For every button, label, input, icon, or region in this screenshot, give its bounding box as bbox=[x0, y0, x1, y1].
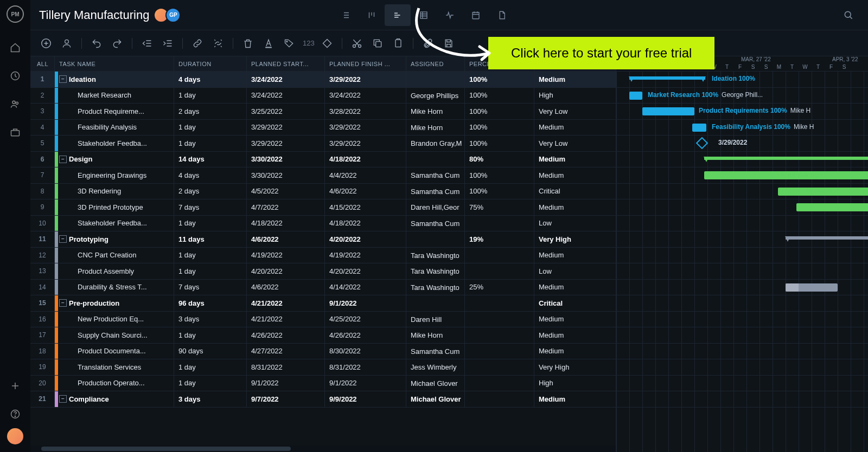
gantt-row[interactable]: Ideation 100% bbox=[616, 72, 868, 88]
col-header-task[interactable]: TASK NAME bbox=[54, 56, 174, 71]
gantt-task-bar[interactable] bbox=[629, 92, 642, 100]
cell-percent[interactable] bbox=[464, 376, 534, 391]
cell-start[interactable]: 4/27/2022 bbox=[246, 344, 324, 359]
cell-duration[interactable]: 96 days bbox=[174, 295, 246, 311]
cell-assigned[interactable]: Michael Glover bbox=[406, 376, 464, 391]
cell-assigned[interactable]: Tara Washingto bbox=[406, 248, 464, 263]
gantt-row[interactable] bbox=[616, 327, 868, 344]
gantt-row[interactable] bbox=[616, 391, 868, 408]
cell-finish[interactable]: 4/14/2022 bbox=[324, 280, 406, 295]
cell-percent[interactable] bbox=[464, 263, 534, 279]
cell-start[interactable]: 4/19/2022 bbox=[246, 248, 324, 263]
table-row[interactable]: 2 Market Research 1 day 3/24/2022 3/24/2… bbox=[30, 88, 616, 104]
nav-home-icon[interactable] bbox=[4, 37, 26, 59]
horizontal-scrollbar[interactable] bbox=[30, 445, 616, 452]
view-gantt-icon[interactable] bbox=[385, 4, 411, 26]
cell-finish[interactable]: 4/20/2022 bbox=[324, 231, 406, 247]
cell-assigned[interactable]: Samantha Cum bbox=[406, 344, 464, 359]
cell-percent[interactable] bbox=[464, 344, 534, 359]
gantt-row[interactable]: 3/29/2022 bbox=[616, 135, 868, 152]
gantt-row[interactable] bbox=[616, 295, 868, 312]
cell-start[interactable]: 4/18/2022 bbox=[246, 216, 324, 231]
cell-finish[interactable]: 4/26/2022 bbox=[324, 327, 406, 343]
link-icon[interactable] bbox=[188, 34, 207, 53]
cell-start[interactable]: 4/21/2022 bbox=[246, 295, 324, 311]
cell-start[interactable]: 9/7/2022 bbox=[246, 391, 324, 407]
cell-finish[interactable]: 4/6/2022 bbox=[324, 184, 406, 199]
col-header-assigned[interactable]: ASSIGNED bbox=[406, 56, 464, 71]
cell-percent[interactable]: 100% bbox=[464, 72, 534, 87]
gantt-task-bar[interactable] bbox=[642, 107, 694, 115]
diamond-icon[interactable] bbox=[318, 34, 336, 53]
cell-priority[interactable]: High bbox=[534, 88, 582, 104]
table-row[interactable]: 9 3D Printed Prototype 7 days 4/7/2022 4… bbox=[30, 199, 616, 216]
cut-icon[interactable] bbox=[348, 34, 366, 53]
cell-start[interactable]: 3/29/2022 bbox=[246, 135, 324, 151]
cell-priority[interactable]: Very Low bbox=[534, 135, 582, 151]
unlink-icon[interactable] bbox=[209, 34, 227, 53]
cell-priority[interactable]: Medium bbox=[534, 248, 582, 263]
cell-priority[interactable]: Medium bbox=[534, 167, 582, 183]
cell-percent[interactable] bbox=[464, 248, 534, 263]
table-row[interactable]: 10 Stakeholder Feedba... 1 day 4/18/2022… bbox=[30, 216, 616, 232]
indent-icon[interactable] bbox=[158, 34, 177, 53]
view-calendar-icon[interactable] bbox=[463, 4, 489, 26]
cell-priority[interactable]: Medium bbox=[534, 280, 582, 295]
cell-start[interactable]: 4/6/2022 bbox=[246, 280, 324, 295]
cell-finish[interactable]: 3/28/2022 bbox=[324, 104, 406, 119]
cell-duration[interactable]: 7 days bbox=[174, 280, 246, 295]
undo-icon[interactable] bbox=[87, 34, 106, 53]
table-row[interactable]: 1 − Ideation 4 days 3/24/2022 3/29/2022 … bbox=[30, 72, 616, 88]
expand-toggle[interactable]: − bbox=[59, 156, 67, 163]
table-row[interactable]: 14 Durability & Stress T... 7 days 4/6/2… bbox=[30, 280, 616, 296]
expand-toggle[interactable]: − bbox=[59, 75, 67, 83]
cell-assigned[interactable]: Samantha Cum bbox=[406, 184, 464, 199]
cell-priority[interactable]: Low bbox=[534, 216, 582, 231]
user-avatar[interactable] bbox=[7, 428, 23, 444]
cell-assigned[interactable]: George Phillips bbox=[406, 88, 464, 104]
cell-finish[interactable]: 3/29/2022 bbox=[324, 72, 406, 87]
cell-percent[interactable]: 25% bbox=[464, 280, 534, 295]
cell-assigned[interactable]: Mike Horn bbox=[406, 104, 464, 119]
table-row[interactable]: 15 − Pre-production 96 days 4/21/2022 9/… bbox=[30, 295, 616, 312]
cell-percent[interactable]: 100% bbox=[464, 104, 534, 119]
cell-percent[interactable]: 100% bbox=[464, 184, 534, 199]
cell-percent[interactable]: 100% bbox=[464, 120, 534, 135]
cell-duration[interactable]: 1 day bbox=[174, 359, 246, 375]
cell-percent[interactable]: 100% bbox=[464, 167, 534, 183]
gantt-summary-bar[interactable] bbox=[629, 76, 705, 80]
gantt-row[interactable] bbox=[616, 216, 868, 232]
cell-duration[interactable]: 1 day bbox=[174, 376, 246, 391]
cell-percent[interactable]: 80% bbox=[464, 152, 534, 167]
cell-percent[interactable]: 75% bbox=[464, 199, 534, 215]
tag-icon[interactable] bbox=[280, 34, 298, 53]
table-row[interactable]: 21 − Compliance 3 days 9/7/2022 9/9/2022… bbox=[30, 391, 616, 408]
cell-assigned[interactable] bbox=[406, 295, 464, 311]
cell-percent[interactable]: 100% bbox=[464, 135, 534, 151]
nav-help-icon[interactable] bbox=[4, 403, 26, 425]
redo-icon[interactable] bbox=[108, 34, 126, 53]
cell-finish[interactable]: 4/20/2022 bbox=[324, 263, 406, 279]
table-row[interactable]: 18 Product Documenta... 90 days 4/27/202… bbox=[30, 344, 616, 360]
nav-recent-icon[interactable] bbox=[4, 65, 26, 87]
cell-percent[interactable] bbox=[464, 312, 534, 327]
cell-duration[interactable]: 2 days bbox=[174, 184, 246, 199]
table-row[interactable]: 8 3D Rendering 2 days 4/5/2022 4/6/2022 … bbox=[30, 184, 616, 200]
cell-duration[interactable]: 1 day bbox=[174, 135, 246, 151]
gantt-row[interactable]: Engineering D bbox=[616, 167, 868, 184]
cell-assigned[interactable]: Tara Washingto bbox=[406, 280, 464, 295]
table-row[interactable]: 20 Production Operato... 1 day 9/1/2022 … bbox=[30, 376, 616, 392]
add-task-icon[interactable] bbox=[37, 34, 55, 53]
search-icon[interactable] bbox=[838, 4, 859, 26]
cell-assigned[interactable]: Brandon Gray,M bbox=[406, 135, 464, 151]
gantt-row[interactable] bbox=[616, 263, 868, 280]
cell-assigned[interactable]: Tara Washingto bbox=[406, 263, 464, 279]
cell-finish[interactable]: 4/18/2022 bbox=[324, 152, 406, 167]
cell-start[interactable]: 4/5/2022 bbox=[246, 184, 324, 199]
cell-priority[interactable]: Medium bbox=[534, 391, 582, 407]
cell-start[interactable]: 4/20/2022 bbox=[246, 263, 324, 279]
gantt-row[interactable] bbox=[616, 312, 868, 328]
gantt-row[interactable] bbox=[616, 344, 868, 360]
cell-finish[interactable]: 4/15/2022 bbox=[324, 199, 406, 215]
cell-start[interactable]: 3/29/2022 bbox=[246, 120, 324, 135]
